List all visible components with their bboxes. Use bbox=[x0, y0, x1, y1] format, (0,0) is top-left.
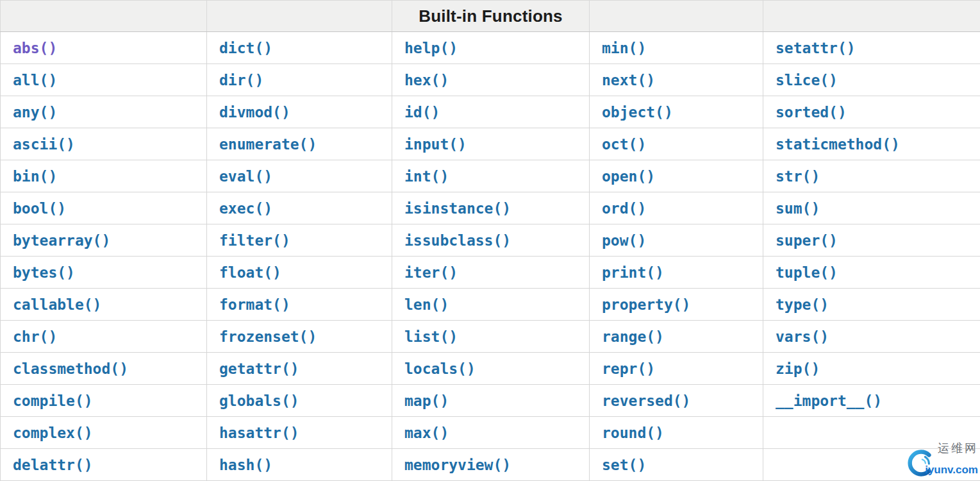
function-link[interactable]: abs() bbox=[13, 40, 57, 56]
function-link[interactable]: sum() bbox=[776, 200, 820, 217]
table-cell: slice() bbox=[763, 64, 980, 96]
function-link[interactable]: oct() bbox=[602, 136, 646, 153]
function-link[interactable]: any() bbox=[13, 104, 57, 121]
function-link[interactable]: bool() bbox=[13, 200, 66, 217]
function-link[interactable]: bin() bbox=[13, 168, 57, 185]
function-link[interactable]: vars() bbox=[776, 328, 829, 345]
function-link[interactable]: map() bbox=[404, 392, 449, 409]
function-link[interactable]: dir() bbox=[219, 72, 263, 89]
function-link[interactable]: classmethod() bbox=[13, 360, 128, 377]
header-cell-empty-4 bbox=[590, 1, 763, 32]
function-link[interactable]: float() bbox=[219, 264, 281, 281]
function-link[interactable]: eval() bbox=[219, 168, 272, 185]
table-cell: issubclass() bbox=[392, 224, 590, 257]
function-link[interactable]: hex() bbox=[404, 72, 449, 89]
function-link[interactable]: hash() bbox=[219, 457, 272, 473]
function-link[interactable]: setattr() bbox=[776, 40, 856, 56]
table-cell: bytes() bbox=[1, 257, 207, 289]
function-link[interactable]: pow() bbox=[602, 232, 646, 249]
function-link[interactable]: min() bbox=[602, 40, 646, 56]
function-link[interactable]: locals() bbox=[404, 360, 476, 377]
table-cell: globals() bbox=[207, 385, 392, 417]
function-link[interactable]: list() bbox=[404, 328, 458, 345]
function-link[interactable]: __import__() bbox=[776, 392, 882, 409]
table-cell: map() bbox=[392, 385, 590, 417]
table-row: classmethod()getattr()locals()repr()zip(… bbox=[1, 353, 980, 385]
function-link[interactable]: reversed() bbox=[602, 392, 690, 409]
function-link[interactable]: all() bbox=[13, 72, 57, 89]
function-link[interactable]: memoryview() bbox=[404, 457, 511, 473]
table-row: bytes()float()iter()print()tuple() bbox=[1, 257, 980, 289]
function-link[interactable]: issubclass() bbox=[404, 232, 511, 249]
function-link[interactable]: staticmethod() bbox=[776, 136, 900, 153]
function-link[interactable]: enumerate() bbox=[219, 136, 317, 153]
table-cell: locals() bbox=[392, 353, 590, 385]
table-cell: vars() bbox=[763, 321, 980, 353]
table-cell: getattr() bbox=[207, 353, 392, 385]
function-link[interactable]: compile() bbox=[13, 392, 93, 409]
table-row: delattr()hash()memoryview()set() bbox=[1, 449, 980, 481]
table-row: bin()eval()int()open()str() bbox=[1, 160, 980, 192]
function-link[interactable]: globals() bbox=[219, 392, 299, 409]
function-link[interactable]: bytearray() bbox=[13, 232, 110, 249]
table-cell: ascii() bbox=[1, 128, 207, 160]
table-cell: range() bbox=[590, 321, 763, 353]
function-link[interactable]: help() bbox=[404, 40, 458, 56]
table-cell: sum() bbox=[763, 192, 980, 224]
function-link[interactable]: exec() bbox=[219, 200, 272, 217]
function-link[interactable]: getattr() bbox=[219, 360, 299, 377]
function-link[interactable]: repr() bbox=[602, 360, 655, 377]
function-link[interactable]: divmod() bbox=[219, 104, 290, 121]
function-link[interactable]: object() bbox=[602, 104, 673, 121]
table-cell: compile() bbox=[1, 385, 207, 417]
function-link[interactable]: callable() bbox=[13, 296, 101, 313]
function-link[interactable]: complex() bbox=[13, 425, 93, 441]
table-cell: zip() bbox=[763, 353, 980, 385]
function-link[interactable]: max() bbox=[404, 425, 449, 441]
header-cell-empty-1 bbox=[1, 1, 207, 32]
table-cell: bytearray() bbox=[1, 224, 207, 257]
table-cell: abs() bbox=[1, 32, 207, 64]
function-link[interactable]: iter() bbox=[404, 264, 458, 281]
function-link[interactable]: filter() bbox=[219, 232, 290, 249]
table-cell: hasattr() bbox=[207, 417, 392, 449]
function-link[interactable]: type() bbox=[776, 296, 829, 313]
function-link[interactable]: dict() bbox=[219, 40, 272, 56]
function-link[interactable]: chr() bbox=[13, 328, 57, 345]
function-link[interactable]: zip() bbox=[776, 360, 820, 377]
function-link[interactable]: bytes() bbox=[13, 264, 75, 281]
table-cell: int() bbox=[392, 160, 590, 192]
function-link[interactable]: delattr() bbox=[13, 457, 93, 473]
table-cell: len() bbox=[392, 289, 590, 321]
function-link[interactable]: str() bbox=[776, 168, 820, 185]
function-link[interactable]: ascii() bbox=[13, 136, 75, 153]
table-cell: max() bbox=[392, 417, 590, 449]
function-link[interactable]: open() bbox=[602, 168, 655, 185]
function-link[interactable]: hasattr() bbox=[219, 425, 299, 441]
function-link[interactable]: id() bbox=[404, 104, 440, 121]
table-cell: min() bbox=[590, 32, 763, 64]
function-link[interactable]: slice() bbox=[776, 72, 838, 89]
function-link[interactable]: next() bbox=[602, 72, 655, 89]
function-link[interactable]: isinstance() bbox=[404, 200, 511, 217]
function-link[interactable]: frozenset() bbox=[219, 328, 317, 345]
table-cell: divmod() bbox=[207, 96, 392, 128]
table-cell: id() bbox=[392, 96, 590, 128]
function-link[interactable]: sorted() bbox=[776, 104, 847, 121]
table-row: bytearray()filter()issubclass()pow()supe… bbox=[1, 224, 980, 257]
function-link[interactable]: len() bbox=[404, 296, 449, 313]
function-link[interactable]: ord() bbox=[602, 200, 646, 217]
table-cell: setattr() bbox=[763, 32, 980, 64]
function-link[interactable]: set() bbox=[602, 457, 646, 473]
function-link[interactable]: format() bbox=[219, 296, 290, 313]
function-link[interactable]: print() bbox=[602, 264, 664, 281]
table-row: abs()dict()help()min()setattr() bbox=[1, 32, 980, 64]
function-link[interactable]: property() bbox=[602, 296, 690, 313]
function-link[interactable]: super() bbox=[776, 232, 838, 249]
table-cell: reversed() bbox=[590, 385, 763, 417]
function-link[interactable]: range() bbox=[602, 328, 664, 345]
function-link[interactable]: int() bbox=[404, 168, 449, 185]
function-link[interactable]: tuple() bbox=[776, 264, 838, 281]
function-link[interactable]: round() bbox=[602, 425, 664, 441]
function-link[interactable]: input() bbox=[404, 136, 467, 153]
